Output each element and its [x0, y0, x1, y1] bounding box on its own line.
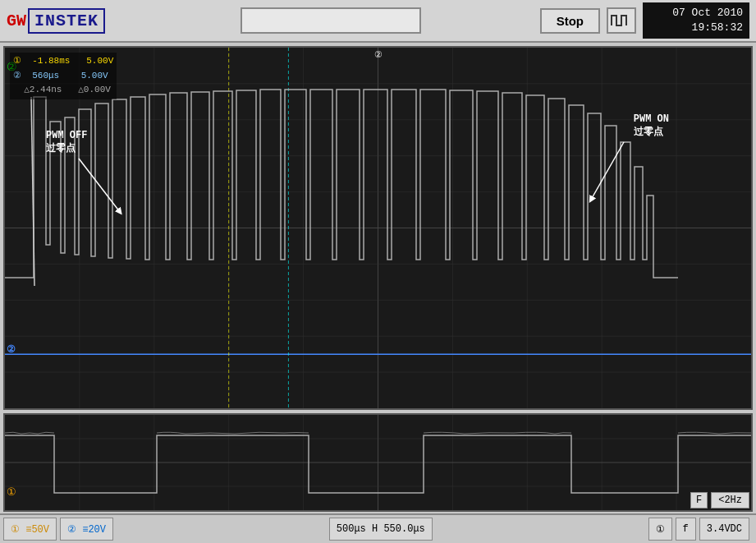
ch2-info: ② 560μs 5.00V: [13, 69, 113, 84]
stop-button[interactable]: Stop: [540, 8, 600, 34]
channel-info: ① -1.88ms 5.00V ② 560μs 5.00V △2.44ns △0…: [10, 53, 117, 99]
ch1-right-indicator: ①: [648, 518, 672, 541]
svg-line-24: [79, 159, 120, 212]
svg-line-26: [591, 142, 624, 200]
ch2-trigger-marker: ②: [5, 343, 16, 356]
mode-icon: [607, 7, 636, 34]
f-indicator: F: [690, 492, 708, 508]
ch2-scale: ② ≡20V: [60, 518, 113, 541]
pwm-off-arrow: [54, 154, 153, 220]
lower-scope-screen: ①: [3, 413, 753, 512]
trigger-level-area: F <2Hz: [690, 492, 749, 508]
logo-instek: INSTEK: [28, 8, 105, 34]
logo-gw: GW: [7, 12, 26, 30]
logo: GW INSTEK: [7, 8, 105, 34]
ch1-scale: ① ≡50V: [3, 518, 57, 541]
trigger-input-box: [241, 7, 421, 34]
freq-indicator: f: [676, 518, 696, 541]
scope-main: ② ① -1.88ms 5.00V ② 560μs 5.00V △2.44ns: [0, 43, 756, 513]
vdc-display: 3.4VDC: [699, 518, 749, 541]
freq-display: <2Hz: [711, 492, 749, 508]
ch1-info: ① -1.88ms 5.00V: [13, 54, 113, 69]
datetime-display: 07 Oct 2010 19:58:32: [643, 2, 749, 39]
trigger-area: [121, 7, 540, 34]
svg-text:①: ①: [7, 486, 16, 499]
delta-info: △2.44ns △0.00V: [13, 83, 113, 98]
pwm-off-label: PWM OFF 过零点: [46, 130, 87, 155]
status-bar: ① ≡50V ② ≡20V 500μs H 550.0μs ① f 3.4VDC: [0, 513, 756, 543]
lower-waveform-svg: ①: [5, 415, 751, 510]
center-marker: ②: [374, 49, 383, 60]
upper-scope-screen: ② ① -1.88ms 5.00V ② 560μs 5.00V △2.44ns: [3, 46, 753, 410]
pwm-on-label: PWM ON 过零点: [634, 113, 669, 139]
pwm-on-arrow: [575, 138, 673, 212]
top-bar: GW INSTEK Stop 07 Oct 2010 19:58:32: [0, 0, 756, 43]
scope-grid: ②: [5, 48, 751, 408]
timebase-display: 500μs H 550.0μs: [329, 518, 433, 541]
